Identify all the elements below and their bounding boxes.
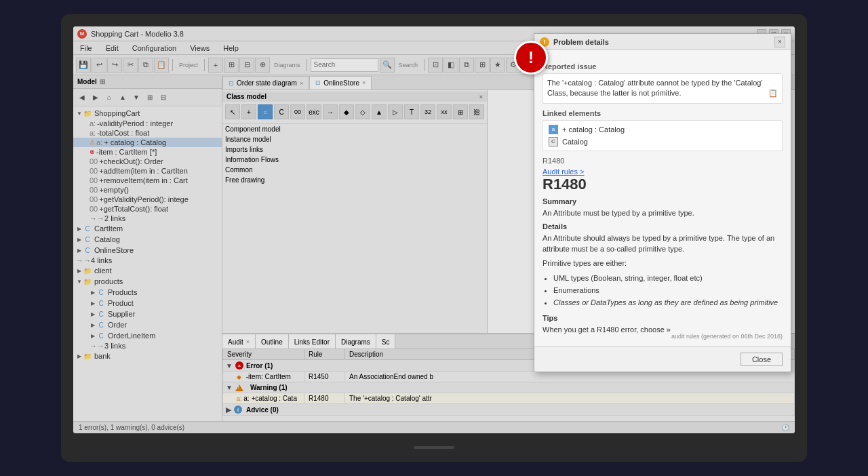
rule-ref: R1480 [542, 157, 783, 165]
attr-type-icon: a [549, 125, 558, 134]
details-text: An Attribute should always be typed by a… [542, 233, 783, 254]
primitive-label: Primitive types are either: [542, 258, 783, 269]
dialog-overlay: ! ! Problem details × Reported issue The… [73, 26, 795, 433]
dialog-title: Problem details [553, 38, 770, 46]
dialog-body: Reported issue The '+catalog : Catalog' … [534, 50, 791, 346]
rule-number: R1480 [542, 176, 783, 193]
rule-ref-label: R1480 [542, 157, 564, 165]
rule-section: R1480 Audit rules > [542, 157, 783, 176]
tips-text: When you get a R1480 error, choose » [542, 325, 671, 335]
footer-text: audit rules (generated on 06th Dec 2018) [671, 333, 783, 340]
primitive-list: UML types (Boolean, string, integer, flo… [553, 273, 783, 309]
reported-issue-text: The '+catalog : Catalog' attribute canno… [542, 73, 783, 104]
summary-text: An Attribute must be typed by a primitiv… [542, 208, 783, 218]
linked-elements-label: Linked elements [542, 109, 783, 117]
linked-elements-list: a + catalog : Catalog C Catalog [542, 120, 783, 151]
list-item-1: Enumerations [553, 285, 783, 297]
dialog-title-bar: ! Problem details × [534, 34, 791, 50]
dialog-close-x[interactable]: × [774, 37, 785, 47]
summary-label: Summary [542, 197, 783, 205]
dialog-error-icon-large: ! [514, 41, 548, 75]
list-item-2: Classes or DataTypes as long as they are… [553, 297, 783, 309]
issue-copy-icon[interactable]: 📋 [768, 88, 778, 98]
tips-row: When you get a R1480 error, choose » aud… [542, 325, 783, 339]
dialog-footer: Close [534, 346, 791, 372]
linked-attr: a + catalog : Catalog [546, 123, 779, 136]
class-type-icon: C [549, 137, 558, 146]
laptop-base [73, 437, 795, 458]
audit-rules-link[interactable]: Audit rules > [542, 167, 584, 176]
problem-details-dialog: ! ! Problem details × Reported issue The… [534, 33, 791, 372]
reported-issue-label: Reported issue [542, 62, 783, 71]
linked-class: C Catalog [546, 136, 779, 148]
trackpad [414, 446, 454, 449]
list-item-0: UML types (Boolean, string, integer, flo… [553, 273, 783, 285]
tips-label: Tips [542, 314, 783, 322]
close-button[interactable]: Close [741, 353, 783, 366]
details-label: Details [542, 222, 783, 231]
